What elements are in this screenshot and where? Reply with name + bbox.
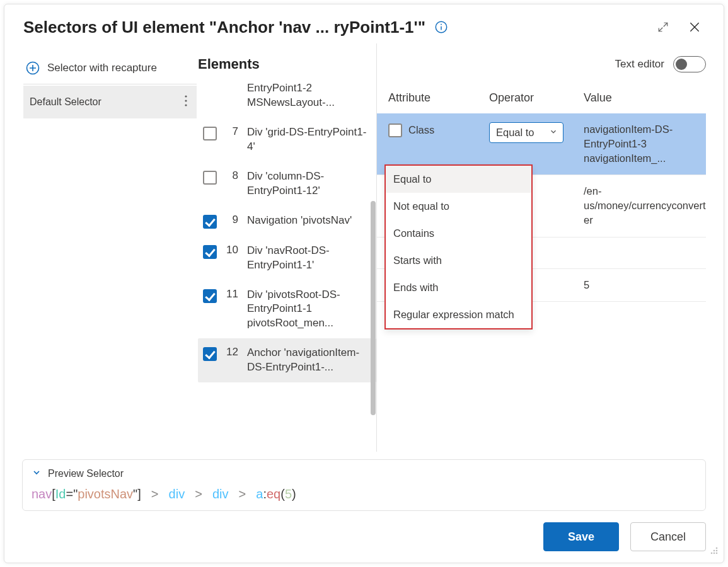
save-button[interactable]: Save xyxy=(543,522,619,551)
operator-dropdown[interactable]: Equal toNot equal toContainsStarts withE… xyxy=(384,164,533,329)
scrollbar-thumb[interactable] xyxy=(371,201,376,415)
chevron-down-icon xyxy=(32,467,42,480)
selectors-panel: Selector with recapture Default Selector xyxy=(23,43,197,452)
expand-icon[interactable] xyxy=(652,16,674,38)
chevron-down-icon xyxy=(549,127,558,139)
selector-item-label: Default Selector xyxy=(30,96,101,108)
element-row[interactable]: 10Div 'navRoot-DS-EntryPoint1-1' xyxy=(198,236,376,280)
svg-point-13 xyxy=(716,550,718,552)
element-label: EntryPoint1-2 MSNewsLayout-... xyxy=(247,81,371,110)
selector-item-default[interactable]: Default Selector xyxy=(23,86,197,118)
svg-point-10 xyxy=(185,104,187,106)
elements-panel: Elements EntryPoint1-2 MSNewsLayout-...7… xyxy=(197,43,376,452)
element-label: Div 'grid-DS-EntryPoint1-4' xyxy=(247,125,371,154)
selector-with-recapture[interactable]: Selector with recapture xyxy=(23,52,197,84)
dialog-header: Selectors of UI element "Anchor 'nav ...… xyxy=(4,4,724,43)
element-checkbox[interactable] xyxy=(203,347,217,361)
header-attribute: Attribute xyxy=(388,91,489,105)
preview-label: Preview Selector xyxy=(48,468,124,479)
attribute-table: Attribute Operator Value ClassEqual tona… xyxy=(377,83,706,333)
close-icon[interactable] xyxy=(683,16,706,38)
dialog-title: Selectors of UI element "Anchor 'nav ...… xyxy=(23,18,425,37)
header-operator: Operator xyxy=(489,91,584,105)
preview-wrap: Preview Selector nav[Id="pivotsNav"] > d… xyxy=(4,452,724,511)
header-value: Value xyxy=(584,91,706,105)
preview-code: nav[Id="pivotsNav"] > div > div > a:eq(5… xyxy=(32,486,696,501)
element-index: 10 xyxy=(226,244,238,256)
tok-nav: nav xyxy=(32,487,52,501)
operator-select[interactable]: Equal to xyxy=(489,122,563,143)
attribute-value: 5 xyxy=(584,278,706,292)
element-index: 12 xyxy=(226,346,238,358)
attributes-top: Text editor xyxy=(377,52,706,81)
info-icon[interactable] xyxy=(434,20,448,34)
element-index: 9 xyxy=(226,214,238,226)
text-editor-label: Text editor xyxy=(615,58,664,71)
more-icon[interactable] xyxy=(182,94,190,110)
preview-selector-panel: Preview Selector nav[Id="pivotsNav"] > d… xyxy=(22,459,706,511)
recapture-label: Selector with recapture xyxy=(47,62,157,74)
operator-option[interactable]: Equal to xyxy=(386,166,531,193)
attribute-header: Attribute Operator Value xyxy=(377,83,706,113)
element-checkbox[interactable] xyxy=(203,289,217,303)
element-row[interactable]: 12Anchor 'navigationItem-DS-EntryPoint1-… xyxy=(198,338,376,382)
toggle-knob xyxy=(676,59,687,70)
attribute-value: /en-us/money/currencyconverter xyxy=(584,184,706,227)
svg-point-8 xyxy=(185,95,187,97)
resize-grip-icon[interactable] xyxy=(710,546,719,558)
svg-point-14 xyxy=(711,553,713,554)
attribute-name: Class xyxy=(408,124,434,136)
element-label: Anchor 'navigationItem-DS-EntryPoint1-..… xyxy=(247,346,371,375)
element-label: Div 'column-DS-EntryPoint1-12' xyxy=(247,169,371,198)
operator-option[interactable]: Contains xyxy=(386,220,531,247)
dialog-body: Selector with recapture Default Selector… xyxy=(4,43,724,452)
element-index: 7 xyxy=(226,125,238,138)
svg-point-15 xyxy=(714,553,715,554)
preview-header[interactable]: Preview Selector xyxy=(32,467,696,480)
element-checkbox[interactable] xyxy=(203,245,217,259)
attribute-value: navigationItem-DS-EntryPoint1-3 navigati… xyxy=(584,122,706,166)
elements-title: Elements xyxy=(197,52,376,81)
svg-point-16 xyxy=(716,553,718,554)
element-index: 8 xyxy=(226,169,238,182)
cancel-button[interactable]: Cancel xyxy=(630,522,706,551)
element-checkbox[interactable] xyxy=(203,127,217,140)
attributes-panel: Text editor Attribute Operator Value Cla… xyxy=(376,43,706,452)
text-editor-toggle[interactable] xyxy=(673,56,706,72)
operator-option[interactable]: Starts with xyxy=(386,247,531,274)
element-row[interactable]: 7Div 'grid-DS-EntryPoint1-4' xyxy=(198,118,376,162)
element-index: 11 xyxy=(226,288,238,301)
operator-option[interactable]: Ends with xyxy=(386,274,531,301)
attribute-checkbox[interactable] xyxy=(388,123,402,137)
element-row[interactable]: 9Navigation 'pivotsNav' xyxy=(198,206,376,236)
element-row[interactable]: 8Div 'column-DS-EntryPoint1-12' xyxy=(198,162,376,206)
element-checkbox[interactable] xyxy=(203,215,217,229)
element-label: Div 'pivotsRoot-DS-EntryPoint1-1 pivotsR… xyxy=(247,288,371,331)
svg-point-9 xyxy=(185,100,187,101)
dialog-footer: Save Cancel xyxy=(4,511,724,563)
svg-point-2 xyxy=(441,24,442,25)
element-label: Div 'navRoot-DS-EntryPoint1-1' xyxy=(247,244,371,273)
operator-option[interactable]: Regular expression match xyxy=(386,301,531,328)
svg-point-11 xyxy=(716,547,718,549)
operator-value: Equal to xyxy=(496,127,534,139)
element-checkbox[interactable] xyxy=(203,171,217,185)
plus-icon xyxy=(25,60,41,76)
selector-dialog: Selectors of UI element "Anchor 'nav ...… xyxy=(4,4,724,563)
elements-scrollbar[interactable] xyxy=(370,81,376,421)
element-row[interactable]: 11Div 'pivotsRoot-DS-EntryPoint1-1 pivot… xyxy=(198,280,376,339)
element-row[interactable]: EntryPoint1-2 MSNewsLayout-... xyxy=(198,81,376,118)
operator-option[interactable]: Not equal to xyxy=(386,193,531,220)
elements-list[interactable]: EntryPoint1-2 MSNewsLayout-...7Div 'grid… xyxy=(197,81,376,421)
element-label: Navigation 'pivotsNav' xyxy=(247,214,371,228)
svg-point-12 xyxy=(714,550,715,552)
